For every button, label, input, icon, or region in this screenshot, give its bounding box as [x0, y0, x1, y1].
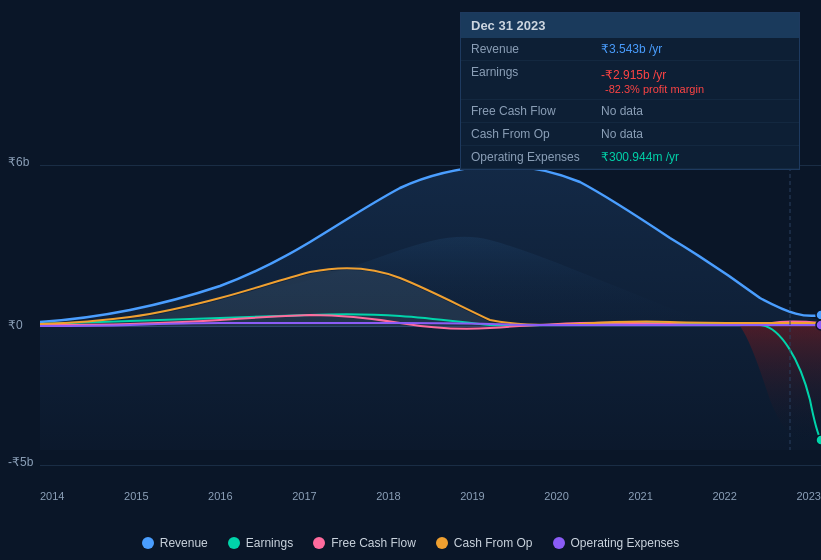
grid-line-bottom: [40, 465, 821, 466]
x-label-2019: 2019: [460, 490, 484, 502]
x-label-2023: 2023: [796, 490, 820, 502]
tooltip-row-earnings: Earnings -₹2.915b /yr -82.3% profit marg…: [461, 61, 799, 100]
legend-dot-earnings: [228, 537, 240, 549]
legend-item-fcf[interactable]: Free Cash Flow: [313, 536, 416, 550]
x-label-2014: 2014: [40, 490, 64, 502]
svg-point-0: [816, 310, 821, 320]
tooltip-label-fcf: Free Cash Flow: [471, 104, 601, 118]
x-label-2017: 2017: [292, 490, 316, 502]
tooltip-value-opex: ₹300.944m /yr: [601, 150, 679, 164]
svg-point-1: [816, 435, 821, 445]
legend-item-opex[interactable]: Operating Expenses: [553, 536, 680, 550]
x-label-2018: 2018: [376, 490, 400, 502]
y-label-bottom: -₹5b: [8, 455, 33, 469]
tooltip-value-fcf: No data: [601, 104, 643, 118]
tooltip-label-revenue: Revenue: [471, 42, 601, 56]
tooltip-label-opex: Operating Expenses: [471, 150, 601, 164]
tooltip-title: Dec 31 2023: [461, 13, 799, 38]
tooltip-value-revenue: ₹3.543b /yr: [601, 42, 662, 56]
x-label-2016: 2016: [208, 490, 232, 502]
tooltip-sub-earnings: -82.3% profit margin: [605, 83, 704, 95]
chart-container: Dec 31 2023 Revenue ₹3.543b /yr Earnings…: [0, 0, 821, 560]
legend-label-revenue: Revenue: [160, 536, 208, 550]
tooltip-row-fcf: Free Cash Flow No data: [461, 100, 799, 123]
chart-legend: Revenue Earnings Free Cash Flow Cash Fro…: [0, 536, 821, 550]
tooltip-label-cashfromop: Cash From Op: [471, 127, 601, 141]
legend-dot-fcf: [313, 537, 325, 549]
legend-dot-opex: [553, 537, 565, 549]
chart-svg: [40, 160, 821, 450]
y-label-zero: ₹0: [8, 318, 23, 332]
legend-item-earnings[interactable]: Earnings: [228, 536, 293, 550]
tooltip-row-cashfromop: Cash From Op No data: [461, 123, 799, 146]
tooltip-box: Dec 31 2023 Revenue ₹3.543b /yr Earnings…: [460, 12, 800, 170]
legend-label-cashfromop: Cash From Op: [454, 536, 533, 550]
legend-dot-revenue: [142, 537, 154, 549]
svg-point-2: [816, 320, 821, 330]
x-label-2015: 2015: [124, 490, 148, 502]
tooltip-value-earnings-group: -₹2.915b /yr -82.3% profit margin: [601, 65, 704, 95]
x-label-2022: 2022: [712, 490, 736, 502]
x-labels: 2014 2015 2016 2017 2018 2019 2020 2021 …: [40, 484, 821, 508]
x-label-2020: 2020: [544, 490, 568, 502]
tooltip-row-opex: Operating Expenses ₹300.944m /yr: [461, 146, 799, 169]
legend-item-cashfromop[interactable]: Cash From Op: [436, 536, 533, 550]
legend-dot-cashfromop: [436, 537, 448, 549]
tooltip-label-earnings: Earnings: [471, 65, 601, 79]
legend-label-fcf: Free Cash Flow: [331, 536, 416, 550]
y-label-top: ₹6b: [8, 155, 29, 169]
legend-label-opex: Operating Expenses: [571, 536, 680, 550]
x-label-2021: 2021: [628, 490, 652, 502]
legend-label-earnings: Earnings: [246, 536, 293, 550]
tooltip-row-revenue: Revenue ₹3.543b /yr: [461, 38, 799, 61]
tooltip-value-cashfromop: No data: [601, 127, 643, 141]
legend-item-revenue[interactable]: Revenue: [142, 536, 208, 550]
tooltip-value-earnings: -₹2.915b /yr: [601, 68, 666, 82]
